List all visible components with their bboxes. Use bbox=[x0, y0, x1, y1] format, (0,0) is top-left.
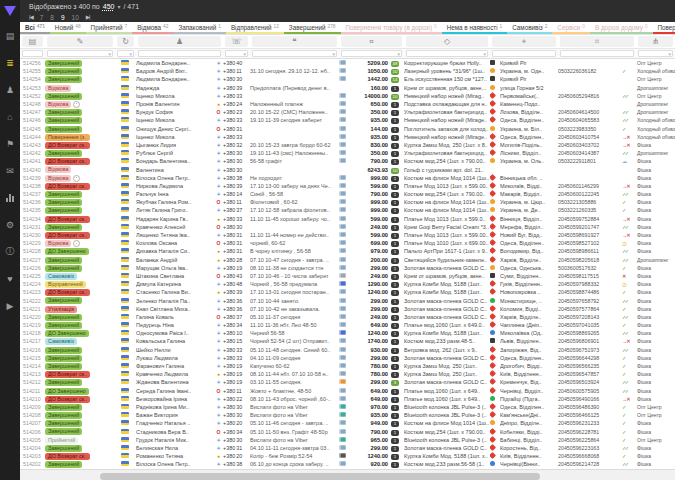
table-row[interactable]: 514237ЗавершенийРальчук Інна✳+38014Синій… bbox=[20, 190, 675, 198]
messenger-icon[interactable]: ● bbox=[214, 452, 223, 460]
page-size-caret-icon[interactable]: ▾ bbox=[117, 3, 120, 10]
messenger-icon[interactable]: ✳ bbox=[214, 280, 223, 288]
tracking-number[interactable]: 20450598874486 bbox=[558, 288, 622, 296]
table-row[interactable]: 514205ПрийнятийГрудок Наталія Мик..✳+380… bbox=[20, 436, 675, 444]
tracking-number[interactable]: 20450604065583 bbox=[558, 116, 622, 124]
tab-5[interactable]: Відправлений12 bbox=[226, 22, 284, 34]
messenger-icon[interactable]: ✳ bbox=[214, 190, 223, 198]
table-row[interactable]: 514241ДО Возврат ск..Бондарь Валентина..… bbox=[20, 157, 675, 165]
messenger-icon[interactable]: ✳ bbox=[214, 166, 223, 174]
messenger-icon[interactable]: ✳ bbox=[214, 403, 223, 411]
tracking-number[interactable]: 0503221305886 bbox=[558, 198, 622, 206]
tracking-number[interactable]: 20450603414387 bbox=[558, 149, 622, 157]
table-row[interactable]: 514204ЗавершенийБелинская Нила✳+3803104.… bbox=[20, 444, 675, 452]
table-row[interactable]: 514228ДО ЗавершеноДихавка Наталія Си..●+… bbox=[20, 247, 675, 255]
table-row[interactable]: 514223ДО Возврат ск..Стасенко Галина Ви.… bbox=[20, 288, 675, 296]
table-row[interactable]: 514221УтилізаціяКнап Світлана Миха..✳+38… bbox=[20, 305, 675, 313]
table-row[interactable]: 514242ЗавершенийРублюк Сергій✳+3803019.1… bbox=[20, 149, 675, 157]
tracking-number[interactable]: 20450598986611 bbox=[558, 247, 622, 255]
sidebar-item-8[interactable]: ⚙ bbox=[0, 211, 20, 238]
messenger-icon[interactable]: ✳ bbox=[214, 378, 223, 386]
sidebar-item-0[interactable] bbox=[0, 0, 20, 22]
messenger-icon[interactable]: ✳ bbox=[214, 460, 223, 468]
tracking-number[interactable]: 20450596503924 bbox=[558, 378, 622, 386]
sidebar-item-6[interactable]: ✉ bbox=[0, 157, 20, 184]
messenger-icon[interactable]: ✳ bbox=[214, 297, 223, 305]
messenger-icon[interactable]: ✳ bbox=[214, 231, 223, 239]
table-row[interactable]: 514238ДО Возврат ск..Ниркова Людмила✳+38… bbox=[20, 182, 675, 190]
sidebar-item-9[interactable]: ⓘ bbox=[0, 238, 20, 265]
tracking-number[interactable]: 20450597577864 bbox=[558, 305, 622, 313]
messenger-icon[interactable]: ● bbox=[214, 100, 223, 108]
table-row[interactable]: 514215ЗавершенийЛукаш Людмила✳+3803304.1… bbox=[20, 354, 675, 362]
table-row[interactable]: 514202ЗавершенийБілоска Олена Петр..✳+38… bbox=[20, 460, 675, 468]
messenger-icon[interactable]: О bbox=[214, 428, 223, 436]
tracking-number[interactable]: 20450596486390 bbox=[558, 403, 622, 411]
table-row[interactable]: 514254ЗавершенийЛюдмила Бондарен..✳+3803… bbox=[20, 75, 675, 83]
messenger-icon[interactable]: О bbox=[214, 239, 223, 247]
tracking-number[interactable]: 0503226036182 bbox=[558, 67, 622, 75]
messenger-icon[interactable]: ● bbox=[214, 288, 223, 296]
messenger-icon[interactable]: ● bbox=[214, 370, 223, 378]
table-row[interactable]: 514219ЗавершенийПедурець Ніна✳+3803411.1… bbox=[20, 321, 675, 329]
first-page-button[interactable]: |◀ bbox=[29, 14, 33, 20]
table-row[interactable]: 514245ЗавершенийОнищук Денис Сергі..О+38… bbox=[20, 125, 675, 133]
messenger-icon[interactable]: О bbox=[214, 125, 223, 133]
tracking-number[interactable]: 20450598869265 bbox=[558, 329, 622, 337]
messenger-icon[interactable]: ● bbox=[214, 215, 223, 223]
table-row[interactable]: 514227ЗавершенийБаланюк Андрій●+3802807.… bbox=[20, 256, 675, 264]
tracking-number[interactable]: 20450596547857 bbox=[558, 370, 622, 378]
tab-3[interactable]: Відмова42 bbox=[132, 22, 173, 34]
table-row[interactable]: 514208ЗавершенийБажан Виктория✳+38030Вис… bbox=[20, 411, 675, 419]
table-row[interactable]: 514222ЗавершенийЗеленко Наталія Па..✳+38… bbox=[20, 296, 675, 304]
tracking-number[interactable]: 20450598691927 bbox=[558, 231, 622, 239]
column-header-client-icon[interactable]: ♟ bbox=[138, 36, 221, 47]
sidebar-item-10[interactable]: ♥ bbox=[0, 265, 20, 292]
tracking-number[interactable]: 20450596668068 bbox=[558, 452, 622, 460]
messenger-icon[interactable]: ✳ bbox=[214, 133, 223, 141]
filter-input-phone-icon[interactable]: ▾ bbox=[225, 50, 248, 57]
table-row[interactable]: 514244Повернення (з..Іщенко Микола✳+3803… bbox=[20, 133, 675, 141]
messenger-icon[interactable]: ✳ bbox=[214, 92, 223, 100]
messenger-icon[interactable]: О bbox=[214, 272, 223, 280]
table-row[interactable]: 514235ЗавершенийЛетяк Галина Григо..✳+38… bbox=[20, 206, 675, 214]
messenger-icon[interactable]: ✳ bbox=[214, 354, 223, 362]
column-header-phone-icon[interactable]: ☏ bbox=[225, 36, 248, 47]
messenger-icon[interactable]: О bbox=[214, 108, 223, 116]
messenger-icon[interactable]: ✳ bbox=[214, 321, 223, 329]
table-row[interactable]: 514247ЗавершенийБундук СофияО+3802320.10… bbox=[20, 108, 675, 116]
filter-input-comment-icon[interactable]: ▾ bbox=[252, 50, 337, 57]
tracking-number[interactable]: 20450597041035 bbox=[558, 321, 622, 329]
table-row[interactable]: 514213ДО Возврат ск..Кравченко Людмила●+… bbox=[20, 370, 675, 378]
tracking-number[interactable]: 20450596228781 bbox=[558, 428, 622, 436]
tracking-number[interactable]: 20450596214728 bbox=[558, 460, 622, 468]
tracking-number[interactable]: 20450597658792 bbox=[558, 297, 622, 305]
tab-11[interactable]: В дорозі додому0 bbox=[590, 22, 653, 34]
column-header-money-icon[interactable]: ¤ bbox=[341, 36, 402, 47]
sidebar-item-4[interactable]: ⌂ bbox=[0, 103, 20, 130]
messenger-icon[interactable]: ✳ bbox=[214, 346, 223, 354]
column-header-route-icon[interactable]: ⋔ bbox=[638, 36, 673, 47]
messenger-icon[interactable]: ✳ bbox=[214, 59, 223, 67]
messenger-icon[interactable]: ✳ bbox=[214, 329, 223, 337]
table-row[interactable]: 514256ЗавершенийЛюдмила Бондарен..✳+3804… bbox=[20, 59, 675, 67]
tracking-number[interactable]: 20450596566235 bbox=[558, 362, 622, 370]
filter-input-barcode-icon[interactable] bbox=[560, 50, 634, 57]
tracking-number[interactable]: 20450603403702 bbox=[558, 141, 622, 149]
table-row[interactable]: 514225СамовивізШтакина СветланаО+3804307… bbox=[20, 272, 675, 280]
column-header-location-icon[interactable]: ⌖ bbox=[492, 36, 556, 47]
tracking-number[interactable]: 20450599752884 bbox=[558, 215, 622, 223]
column-header-status-icon[interactable]: ✎ bbox=[47, 36, 113, 47]
tracking-number[interactable]: 20450598117515 bbox=[558, 272, 622, 280]
messenger-icon[interactable]: ✳ bbox=[214, 75, 223, 83]
table-row[interactable]: 514240ВідмоваВалентина✳+380306243.9310Го… bbox=[20, 165, 675, 173]
table-row[interactable]: 514236ЗавершенийЯкубчак Галина Ром..О+38… bbox=[20, 198, 675, 206]
tracking-number[interactable]: 20450605294816 bbox=[558, 92, 622, 100]
tab-8[interactable]: Нема в наявності1 bbox=[442, 22, 508, 34]
messenger-icon[interactable]: ✳ bbox=[214, 174, 223, 182]
table-row[interactable]: 514214ЗавершенийФаранович Галина✳+38019К… bbox=[20, 362, 675, 370]
table-row[interactable]: 514246ЗавершенийІщенко Микола✳+3803319.1… bbox=[20, 116, 675, 124]
column-header-product-icon[interactable]: ◇ bbox=[406, 36, 488, 47]
page-number-8[interactable]: 8 bbox=[50, 14, 54, 21]
filter-input-route-icon[interactable]: ▾ bbox=[638, 50, 673, 57]
